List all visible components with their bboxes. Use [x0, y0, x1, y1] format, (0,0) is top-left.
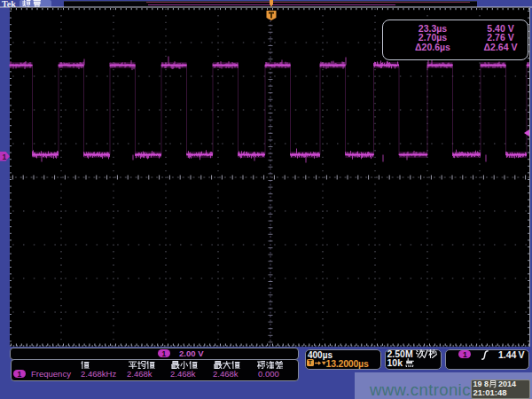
svg-text:1: 1: [3, 153, 7, 161]
